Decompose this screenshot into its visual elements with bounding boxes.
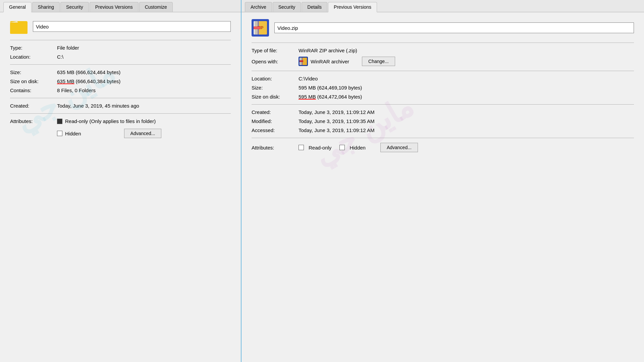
left-content: Type: File folder Location: C:\ Size: 63… — [0, 12, 241, 362]
right-modified-row: Modified: Today, June 3, 2019, 11:09:35 … — [252, 118, 634, 124]
change-button[interactable]: Change... — [362, 57, 395, 66]
left-content-area: ماين جي Type: File folder — [0, 12, 241, 362]
hidden-label: Hidden — [65, 131, 81, 136]
folder-header — [10, 19, 231, 34]
type-value: File folder — [57, 45, 79, 51]
hidden-checkbox[interactable] — [57, 131, 62, 136]
readonly-checkbox[interactable] — [57, 119, 62, 124]
right-attributes-controls: Read-only Hidden Advanced... — [299, 143, 634, 152]
created-label: Created: — [10, 103, 57, 109]
right-size-on-disk-rest: (624,472,064 bytes) — [316, 94, 362, 100]
type-label: Type: — [10, 45, 57, 51]
right-size-on-disk-value: 595 MB (624,472,064 bytes) — [299, 94, 362, 100]
right-location-label: Location: — [252, 76, 299, 81]
opens-with-value: WinRAR archiver Change... — [299, 57, 634, 66]
divider-2 — [10, 64, 231, 65]
right-type-label: Type of file: — [252, 48, 299, 53]
divider-3 — [10, 98, 231, 98]
right-accessed-label: Accessed: — [252, 127, 299, 133]
size-on-disk-row: Size on disk: 635 MB (666,640,384 bytes) — [10, 78, 231, 84]
svg-rect-15 — [300, 60, 303, 62]
right-attributes-label: Attributes: — [252, 145, 299, 150]
right-created-label: Created: — [252, 109, 299, 115]
winrar-app-icon — [299, 57, 308, 66]
right-size-label: Size: — [252, 85, 299, 90]
right-location-row: Location: C:\Video — [252, 76, 634, 81]
opens-with-label: Opens with: — [252, 59, 299, 64]
right-tabs: Archive Security Details Previous Versio… — [241, 0, 644, 12]
right-size-on-disk-underline: 595 MB — [299, 94, 316, 100]
right-created-value: Today, June 3, 2019, 11:09:12 AM — [299, 109, 375, 115]
contains-row: Contains: 8 Files, 0 Folders — [10, 87, 231, 93]
right-divider-4 — [252, 138, 634, 138]
file-header: ZIP — [252, 19, 634, 37]
size-on-disk-rest: (666,640,384 bytes) — [74, 78, 121, 84]
attributes-label: Attributes: — [10, 118, 57, 124]
tab-customize[interactable]: Customize — [139, 2, 173, 12]
size-row: Size: 635 MB (666,624,464 bytes) — [10, 69, 231, 75]
location-label: Location: — [10, 54, 57, 60]
opens-with-row: Opens with: WinRAR archiver Chang — [252, 57, 634, 66]
left-advanced-button[interactable]: Advanced... — [124, 129, 162, 138]
type-row: Type: File folder — [10, 45, 231, 51]
contains-label: Contains: — [10, 87, 57, 93]
file-name-input[interactable] — [274, 22, 634, 33]
right-size-value: 595 MB (624,469,109 bytes) — [299, 85, 362, 90]
right-accessed-row: Accessed: Today, June 3, 2019, 11:09:12 … — [252, 127, 634, 133]
right-modified-label: Modified: — [252, 118, 299, 124]
tab-general[interactable]: General — [3, 2, 32, 12]
readonly-checkbox-fill — [57, 119, 60, 124]
svg-rect-1 — [10, 23, 28, 34]
divider-4 — [10, 113, 231, 114]
right-tab-previous-versions[interactable]: Previous Versions — [328, 2, 377, 12]
tab-sharing[interactable]: Sharing — [32, 2, 60, 12]
file-icon: ZIP — [252, 19, 269, 37]
right-divider-3 — [252, 104, 634, 105]
location-value: C:\ — [57, 54, 63, 60]
right-tab-details[interactable]: Details — [302, 2, 327, 12]
right-accessed-value: Today, June 3, 2019, 11:09:12 AM — [299, 127, 375, 133]
tab-previous-versions[interactable]: Previous Versions — [90, 2, 139, 12]
right-modified-value: Today, June 3, 2019, 11:09:35 AM — [299, 118, 375, 124]
right-readonly-checkbox[interactable] — [299, 145, 304, 150]
right-tab-security[interactable]: Security — [273, 2, 301, 12]
folder-name-input[interactable] — [33, 21, 231, 32]
right-type-row: Type of file: WinRAR ZIP archive (.zip) — [252, 48, 634, 53]
created-row: Created: Today, June 3, 2019, 45 minutes… — [10, 103, 231, 109]
right-attributes-row: Attributes: Read-only Hidden Advanced... — [252, 143, 634, 152]
size-on-disk-label: Size on disk: — [10, 78, 57, 84]
size-on-disk-value: 635 MB (666,640,384 bytes) — [57, 78, 120, 84]
opens-app-name: WinRAR archiver — [311, 59, 349, 64]
location-row: Location: C:\ — [10, 54, 231, 60]
size-value: 635 MB (666,624,464 bytes) — [57, 69, 120, 75]
hidden-item: Hidden Advanced... — [57, 129, 161, 138]
size-label: Size: — [10, 69, 57, 75]
right-divider-2 — [252, 71, 634, 71]
right-hidden-label: Hidden — [350, 145, 366, 150]
attributes-row: Attributes: Read-only (Only applies to f… — [10, 118, 231, 138]
right-readonly-label: Read-only — [309, 145, 331, 150]
tab-security[interactable]: Security — [60, 2, 89, 12]
attributes-controls: Read-only (Only applies to files in fold… — [57, 118, 161, 138]
readonly-item: Read-only (Only applies to files in fold… — [57, 118, 161, 124]
contains-value: 8 Files, 0 Folders — [57, 87, 96, 93]
right-hidden-checkbox[interactable] — [339, 145, 345, 150]
size-on-disk-underline: 635 MB — [57, 78, 74, 84]
right-content-area: ماين جي ZIP — [241, 12, 644, 362]
folder-icon — [10, 19, 28, 34]
divider-1 — [10, 40, 231, 40]
right-size-on-disk-row: Size on disk: 595 MB (624,472,064 bytes) — [252, 94, 634, 100]
right-content: ZIP Type of file: WinRAR ZIP archive (.z… — [241, 12, 644, 362]
right-type-value: WinRAR ZIP archive (.zip) — [299, 48, 357, 53]
created-value: Today, June 3, 2019, 45 minutes ago — [57, 103, 139, 109]
right-advanced-button[interactable]: Advanced... — [380, 143, 418, 152]
right-panel: Archive Security Details Previous Versio… — [241, 0, 644, 362]
right-tab-archive[interactable]: Archive — [245, 2, 272, 12]
checkbox-group: Read-only (Only applies to files in fold… — [57, 118, 161, 138]
right-created-row: Created: Today, June 3, 2019, 11:09:12 A… — [252, 109, 634, 115]
left-tabs: General Sharing Security Previous Versio… — [0, 0, 241, 12]
right-size-row: Size: 595 MB (624,469,109 bytes) — [252, 85, 634, 90]
right-location-value: C:\Video — [299, 76, 318, 81]
svg-rect-9 — [254, 27, 260, 29]
left-panel: General Sharing Security Previous Versio… — [0, 0, 241, 362]
